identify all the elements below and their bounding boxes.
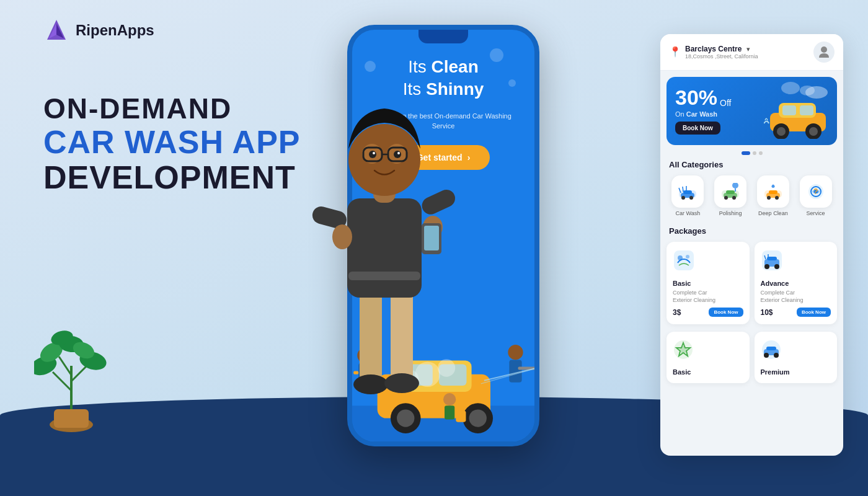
svg-line-78 [683, 187, 683, 192]
svg-rect-38 [360, 285, 382, 384]
advance-name: Advance [761, 280, 831, 287]
svg-point-97 [678, 255, 683, 260]
svg-rect-48 [424, 226, 439, 250]
svg-point-84 [732, 196, 736, 200]
car-wash-icon-box [671, 175, 704, 208]
location-address: 18,Cosmos ,Street, California [685, 53, 758, 60]
svg-point-45 [332, 224, 352, 249]
hero-line2: CAR WASH APP [43, 125, 301, 160]
service-label: Service [807, 210, 825, 216]
basic-book-button[interactable]: Book Now [709, 308, 743, 317]
advance-footer: 10$ Book Now [761, 308, 831, 317]
hero-line3: DEVELOPMENT [43, 160, 301, 195]
bubble-1 [365, 61, 376, 72]
svg-rect-39 [391, 285, 413, 384]
bubble-3 [490, 48, 503, 62]
hero-line1: ON-DEMAND [43, 93, 301, 125]
svg-point-69 [777, 127, 786, 136]
app-ui-panel: 📍 Barclays Centre ▾ 18,Cosmos ,Street, C… [660, 34, 843, 456]
svg-line-8 [59, 356, 71, 375]
package-basic[interactable]: Basic Complete CarExterior Cleaning 3$ B… [666, 242, 750, 324]
svg-point-111 [764, 353, 769, 358]
svg-rect-89 [769, 190, 777, 194]
svg-point-50 [348, 124, 420, 196]
svg-rect-4 [54, 409, 89, 428]
svg-point-59 [397, 152, 400, 154]
svg-line-7 [71, 366, 87, 381]
categories-grid: Car Wash Polishing [660, 173, 843, 221]
app-header: 📍 Barclays Centre ▾ 18,Cosmos ,Street, C… [660, 34, 843, 71]
svg-point-76 [689, 196, 693, 200]
category-service[interactable]: ? Service [800, 175, 832, 216]
basic-price: 3$ [673, 308, 681, 317]
promo-banner: 30% Off On Car Wash Book Now [666, 77, 837, 145]
svg-point-91 [775, 196, 779, 200]
svg-rect-74 [683, 190, 692, 194]
svg-rect-82 [726, 190, 735, 194]
advance-icon [761, 249, 831, 276]
svg-point-102 [764, 264, 769, 269]
basic2-icon [673, 339, 694, 365]
polishing-label: Polishing [719, 210, 742, 216]
category-polishing[interactable]: Polishing [714, 175, 746, 216]
deep-clean-icon-box [757, 175, 789, 208]
svg-point-75 [681, 196, 685, 200]
logo-icon [43, 17, 69, 43]
svg-rect-34 [509, 360, 521, 382]
basic-desc: Complete CarExterior Cleaning [673, 290, 743, 304]
svg-line-6 [53, 372, 71, 391]
person-3d-character [298, 74, 471, 422]
promo-book-button[interactable]: Book Now [675, 122, 720, 135]
svg-rect-44 [419, 187, 458, 217]
package-advance[interactable]: Advance Complete CarExterior Cleaning 10… [755, 242, 838, 324]
svg-point-41 [384, 373, 419, 393]
deep-clean-label: Deep Clean [758, 210, 788, 216]
svg-point-58 [373, 152, 375, 154]
svg-point-40 [353, 374, 388, 394]
promo-off: Off [720, 98, 731, 108]
svg-rect-42 [347, 198, 422, 298]
phone-notch [418, 30, 468, 43]
polishing-icon-box [714, 175, 746, 208]
svg-point-63 [800, 86, 815, 95]
category-deep-clean[interactable]: Deep Clean [757, 175, 789, 216]
car-wash-label: Car Wash [676, 210, 701, 216]
dot-2 [753, 151, 756, 155]
dot-3 [759, 151, 763, 155]
location-dropdown-arrow[interactable]: ▾ [746, 45, 750, 53]
packages-grid-2: Basic Premium [660, 329, 843, 388]
advance-book-button[interactable]: Book Now [797, 308, 831, 317]
basic-name: Basic [673, 280, 743, 287]
location-icon: 📍 [669, 46, 681, 58]
svg-point-23 [469, 409, 487, 427]
categories-title: All Categories [660, 155, 843, 173]
basic2-name: Basic [673, 368, 691, 376]
package-premium[interactable]: Premium [755, 332, 838, 383]
svg-line-37 [481, 368, 537, 384]
svg-point-103 [774, 264, 779, 269]
svg-point-83 [724, 196, 728, 200]
svg-text:?: ? [813, 187, 818, 196]
svg-point-85 [732, 183, 738, 188]
package-basic-2[interactable]: Basic [666, 332, 750, 383]
app-location: 📍 Barclays Centre ▾ 18,Cosmos ,Street, C… [669, 45, 758, 60]
svg-point-57 [394, 151, 401, 158]
advance-desc: Complete CarExterior Cleaning [761, 290, 831, 304]
plant-decoration [34, 329, 108, 434]
dot-1 [742, 151, 750, 155]
svg-point-98 [686, 255, 689, 259]
basic-footer: 3$ Book Now [673, 308, 743, 317]
svg-point-90 [767, 196, 771, 200]
packages-grid: Basic Complete CarExterior Cleaning 3$ B… [660, 239, 843, 329]
location-info: Barclays Centre ▾ 18,Cosmos ,Street, Cal… [685, 45, 758, 60]
svg-point-112 [774, 353, 779, 358]
user-avatar[interactable] [813, 42, 835, 63]
packages-title: Packages [660, 221, 843, 239]
logo-area: RipenApps [43, 17, 154, 43]
svg-point-61 [821, 46, 827, 53]
svg-rect-66 [782, 105, 796, 115]
svg-rect-110 [766, 347, 776, 350]
logo-text: RipenApps [76, 22, 154, 39]
cloud-1 [781, 82, 800, 94]
category-car-wash[interactable]: Car Wash [671, 175, 704, 216]
